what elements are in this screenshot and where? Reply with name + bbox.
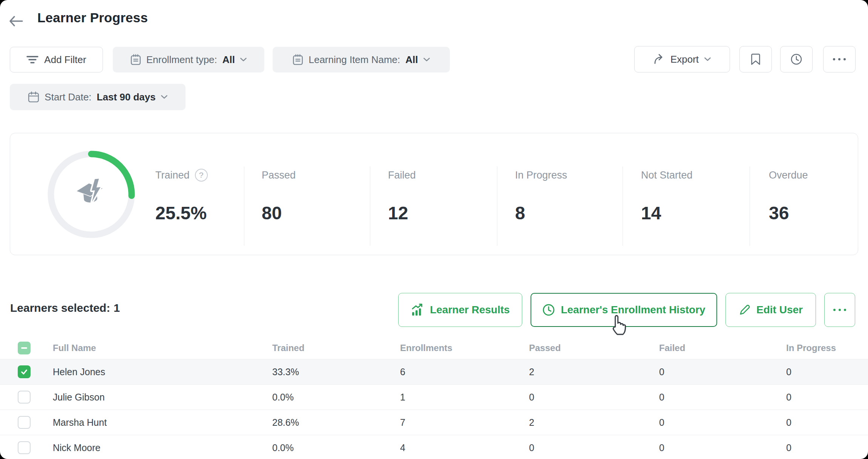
stat-failed: Failed 12: [388, 169, 416, 223]
page-title: Learner Progress: [37, 10, 148, 25]
more-row-actions-button[interactable]: [824, 293, 855, 327]
notepad-icon: [293, 54, 303, 65]
chevron-down-icon: [240, 58, 247, 62]
ellipsis-icon: [833, 309, 846, 311]
cell-failed: 0: [659, 392, 786, 403]
cell-in-progress: 0: [786, 417, 868, 428]
row-checkbox[interactable]: [18, 416, 31, 429]
stat-value: 25.5%: [155, 203, 208, 223]
table-row[interactable]: Helen Jones33.3%6200: [0, 359, 868, 384]
help-icon[interactable]: ?: [195, 169, 208, 182]
filter-value: Last 90 days: [97, 91, 156, 103]
stat-value: 8: [515, 203, 567, 223]
app-window: Learner Progress Add Filter Enrollment t…: [0, 0, 868, 459]
column-header-passed: Passed: [529, 343, 659, 353]
stat-label: Not Started: [641, 169, 693, 182]
bookmark-button[interactable]: [739, 46, 772, 72]
ellipsis-icon: [833, 58, 846, 60]
cell-enrollments: 7: [400, 417, 529, 428]
back-button[interactable]: [8, 13, 28, 29]
cell-full-name: Marsha Hunt: [53, 417, 272, 428]
filter-chip-learning-item-name[interactable]: Learning Item Name: All: [273, 47, 450, 72]
column-header-full-name: Full Name: [53, 343, 272, 353]
row-checkbox[interactable]: [18, 365, 31, 378]
select-all-checkbox[interactable]: [18, 342, 31, 354]
indeterminate-minus-icon: [21, 347, 27, 349]
stat-divider: [244, 166, 244, 246]
stat-value: 80: [262, 203, 296, 223]
stat-passed: Passed 80: [262, 169, 296, 223]
column-header-in-progress: In Progress: [786, 343, 868, 353]
calendar-icon: [28, 91, 39, 103]
filter-label: Start Date:: [44, 91, 91, 103]
stat-not-started: Not Started 14: [641, 169, 693, 223]
clock-icon: [790, 53, 802, 65]
cell-enrollments: 6: [400, 367, 529, 377]
stat-value: 12: [388, 203, 416, 223]
filter-value: All: [222, 54, 235, 66]
row-checkbox[interactable]: [18, 441, 31, 454]
table-row[interactable]: Nick Moore0.0%4000: [0, 435, 868, 459]
add-filter-button[interactable]: Add Filter: [10, 47, 103, 72]
checkbox-cell: [0, 391, 53, 404]
stat-in-progress: In Progress 8: [515, 169, 567, 223]
filter-chip-start-date[interactable]: Start Date: Last 90 days: [10, 84, 186, 110]
cell-passed: 2: [529, 367, 659, 377]
stat-label: Trained: [155, 169, 190, 182]
cell-failed: 0: [659, 417, 786, 428]
cell-trained: 0.0%: [272, 392, 400, 403]
learner-results-button[interactable]: Learner Results: [398, 293, 522, 327]
export-label: Export: [670, 54, 699, 65]
table-row[interactable]: Julie Gibson0.0%1000: [0, 384, 868, 410]
cell-trained: 28.6%: [272, 417, 400, 428]
stat-divider: [623, 166, 623, 246]
cell-failed: 0: [659, 367, 786, 377]
filter-icon: [26, 55, 38, 64]
table-header-row: Full Name Trained Enrollments Passed Fai…: [0, 337, 868, 359]
graduation-cap-bolt-icon: [71, 174, 112, 215]
button-label: Learner Results: [430, 304, 510, 316]
cell-full-name: Nick Moore: [53, 442, 272, 453]
stat-value: 14: [641, 203, 693, 223]
chevron-down-icon: [161, 95, 167, 99]
cell-trained: 0.0%: [272, 442, 400, 453]
notepad-icon: [130, 54, 141, 65]
checkbox-cell: [0, 365, 53, 378]
table-row[interactable]: Marsha Hunt28.6%7200: [0, 410, 868, 435]
clock-icon: [542, 303, 555, 316]
column-header-trained: Trained: [272, 343, 400, 353]
filter-label: Enrollment type:: [146, 54, 217, 66]
edit-user-button[interactable]: Edit User: [725, 293, 816, 327]
schedule-button[interactable]: [780, 46, 813, 72]
cell-in-progress: 0: [786, 367, 868, 377]
more-options-button[interactable]: [823, 46, 856, 72]
stat-label: In Progress: [515, 169, 567, 182]
cell-passed: 0: [529, 392, 659, 403]
stat-label: Failed: [388, 169, 416, 182]
selected-count: 1: [113, 302, 120, 314]
cell-passed: 0: [529, 442, 659, 453]
cell-passed: 2: [529, 417, 659, 428]
chevron-down-icon: [423, 58, 430, 62]
arrow-left-icon: [8, 15, 24, 28]
filter-chip-enrollment-type[interactable]: Enrollment type: All: [113, 47, 264, 72]
cell-in-progress: 0: [786, 392, 868, 403]
table-body: Helen Jones33.3%6200Julie Gibson0.0%1000…: [0, 359, 868, 459]
share-arrow-icon: [653, 54, 665, 65]
stat-divider: [370, 166, 370, 246]
learners-enrollment-history-button[interactable]: Learner's Enrollment History: [531, 293, 717, 327]
stat-label: Passed: [262, 169, 296, 182]
cell-enrollments: 4: [400, 442, 529, 453]
stat-trained: Trained? 25.5%: [155, 169, 208, 223]
cell-full-name: Julie Gibson: [53, 392, 272, 403]
button-label: Edit User: [756, 304, 803, 316]
chart-increase-icon: [411, 303, 424, 317]
cell-failed: 0: [659, 442, 786, 453]
pencil-icon: [739, 304, 751, 316]
row-checkbox[interactable]: [18, 391, 31, 404]
stat-divider: [750, 166, 750, 246]
button-label: Learner's Enrollment History: [561, 304, 705, 316]
export-button[interactable]: Export: [634, 46, 730, 72]
checkbox-cell: [0, 416, 53, 429]
learners-selected-label: Learners selected:1: [10, 302, 120, 314]
